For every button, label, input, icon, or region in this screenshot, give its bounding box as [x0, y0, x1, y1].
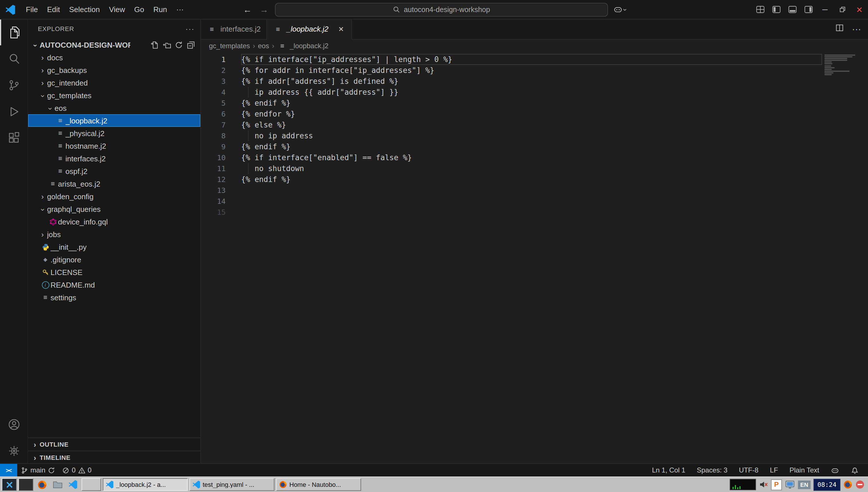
tree-folder-gc-backups[interactable]: ›gc_backups: [28, 64, 200, 76]
tree-folder-docs[interactable]: ›docs: [28, 51, 200, 64]
run-debug-activity-icon[interactable]: [0, 98, 28, 125]
collapse-folders-icon[interactable]: [185, 40, 196, 50]
close-tab-icon[interactable]: ✕: [337, 25, 346, 33]
back-button[interactable]: ←: [242, 5, 253, 14]
taskbar-clock[interactable]: 08:24: [814, 478, 840, 491]
firefox-tray-icon[interactable]: [843, 480, 852, 489]
breadcrumb-item-gc-templates[interactable]: gc_templates: [209, 42, 250, 50]
toggle-sidebar-left-icon[interactable]: [768, 0, 784, 19]
tree-file-license[interactable]: LICENSE: [28, 266, 200, 278]
tree-file-gitignore[interactable]: ◆.gitignore: [28, 253, 200, 266]
restore-button[interactable]: [834, 0, 851, 19]
problems-status[interactable]: 0 0: [58, 466, 95, 474]
tree-file-hostname-j2[interactable]: ≡hostname.j2: [28, 140, 200, 152]
tree-folder-gc-templates[interactable]: ›gc_templates: [28, 89, 200, 102]
new-file-icon[interactable]: [149, 40, 159, 50]
timeline-section[interactable]: › TIMELINE: [28, 451, 200, 464]
git-branch-status[interactable]: main: [17, 466, 58, 474]
toggle-panel-icon[interactable]: [784, 0, 800, 19]
menu-more[interactable]: ···: [172, 3, 188, 16]
explorer-more-actions-icon[interactable]: ···: [185, 24, 195, 33]
code-line[interactable]: 14: [201, 196, 868, 207]
command-center-search[interactable]: autocon4-design-workshop: [275, 3, 608, 16]
customize-layout-icon[interactable]: [752, 0, 768, 19]
explorer-root-folder[interactable]: › AUTOCON4-DESIGN-WORK...: [28, 39, 200, 51]
menu-view[interactable]: View: [104, 3, 130, 16]
tree-folder-graphql-queries[interactable]: ›graphql_queries: [28, 203, 200, 215]
code-line[interactable]: 9{% endif %}: [201, 141, 868, 152]
taskbar-empty-button[interactable]: [81, 478, 101, 491]
split-editor-icon[interactable]: [835, 24, 844, 34]
tree-file-arista-eos-j2[interactable]: ≡arista_eos.j2: [28, 177, 200, 190]
indentation-status[interactable]: Spaces: 3: [693, 466, 731, 474]
tree-file-loopback-j2[interactable]: ≡_loopback.j2: [28, 114, 200, 127]
tree-folder-gc-intended[interactable]: ›gc_intended: [28, 76, 200, 89]
encoding-status[interactable]: UTF-8: [736, 466, 762, 474]
display-settings-icon[interactable]: [785, 480, 795, 489]
tree-file-settings[interactable]: ≡settings: [28, 291, 200, 304]
new-folder-icon[interactable]: [161, 40, 172, 50]
minimize-button[interactable]: ─: [816, 0, 834, 19]
logout-icon[interactable]: [855, 480, 865, 489]
tab-loopback-j2[interactable]: ≡_loopback.j2✕: [267, 19, 352, 40]
start-menu-button[interactable]: [2, 478, 17, 491]
tree-file-physical-j2[interactable]: ≡_physical.j2: [28, 127, 200, 140]
source-control-activity-icon[interactable]: [0, 72, 28, 98]
menu-file[interactable]: File: [21, 3, 43, 16]
firefox-launcher-icon[interactable]: [35, 478, 49, 491]
code-line[interactable]: 7{% else %}: [201, 119, 868, 130]
refresh-icon[interactable]: [173, 40, 184, 50]
minimap[interactable]: [824, 54, 860, 76]
menu-edit[interactable]: Edit: [43, 3, 65, 16]
volume-muted-icon[interactable]: [759, 480, 768, 489]
code-line[interactable]: 13: [201, 185, 868, 196]
code-line[interactable]: 10{% if interface["enabled"] == false %}: [201, 152, 868, 163]
tree-file-interfaces-j2[interactable]: ≡interfaces.j2: [28, 152, 200, 165]
forward-button[interactable]: →: [258, 5, 270, 14]
taskbar-window-test-ping-yaml[interactable]: test_ping.yaml - ...: [190, 478, 274, 491]
code-line[interactable]: 1{% if interface["ip_addresses"] | lengt…: [201, 54, 868, 65]
code-line[interactable]: 3{% if addr["address"] is defined %}: [201, 76, 868, 87]
show-desktop-button[interactable]: [18, 478, 33, 491]
tab-interfaces-j2[interactable]: ≡interfaces.j2: [201, 19, 267, 39]
account-icon[interactable]: [0, 411, 28, 438]
code-line[interactable]: 12{% endif %}: [201, 174, 868, 185]
code-line[interactable]: 8 no ip address: [201, 130, 868, 141]
outline-section[interactable]: › OUTLINE: [28, 438, 200, 451]
settings-gear-icon[interactable]: [0, 438, 28, 464]
tree-file-readme-md[interactable]: iREADME.md: [28, 278, 200, 291]
tree-file-device-info-gql[interactable]: device_info.gql: [28, 215, 200, 228]
tree-folder-jobs[interactable]: ›jobs: [28, 228, 200, 241]
code-line[interactable]: 11 no shutdown: [201, 163, 868, 174]
code-line[interactable]: 4 ip address {{ addr["address"] }}: [201, 87, 868, 98]
editor-more-actions-icon[interactable]: ···: [852, 24, 861, 34]
network-monitor[interactable]: [730, 479, 756, 490]
explorer-activity-icon[interactable]: [0, 19, 28, 45]
copilot-status-icon[interactable]: [827, 466, 843, 474]
breadcrumb-item-loopback-j2[interactable]: ≡_loopback.j2: [277, 41, 328, 51]
file-manager-launcher-icon[interactable]: [51, 478, 64, 491]
tree-file-ospf-j2[interactable]: ≡ospf.j2: [28, 165, 200, 177]
eol-status[interactable]: LF: [766, 466, 781, 474]
toggle-sidebar-right-icon[interactable]: [800, 0, 816, 19]
search-activity-icon[interactable]: [0, 45, 28, 72]
extensions-activity-icon[interactable]: [0, 125, 28, 151]
tree-file-init-py[interactable]: __init__.py: [28, 241, 200, 253]
menu-run[interactable]: Run: [149, 3, 172, 16]
tree-folder-golden-config[interactable]: ›golden_config: [28, 190, 200, 203]
code-line[interactable]: 15: [201, 207, 868, 218]
taskbar-window-loopback-j2-a[interactable]: _loopback.j2 - a...: [103, 478, 188, 491]
keyboard-layout-indicator[interactable]: EN: [798, 480, 811, 489]
menu-go[interactable]: Go: [130, 3, 149, 16]
copilot-button[interactable]: ›: [613, 5, 626, 14]
clipboard-manager-icon[interactable]: P: [771, 479, 782, 490]
close-button[interactable]: ✕: [851, 0, 868, 19]
language-mode-status[interactable]: Plain Text: [786, 466, 823, 474]
cursor-position-status[interactable]: Ln 1, Col 1: [649, 466, 689, 474]
code-editor[interactable]: 1{% if interface["ip_addresses"] | lengt…: [201, 52, 868, 464]
taskbar-window-home-nautobo[interactable]: Home - Nautobo...: [276, 478, 361, 491]
code-line[interactable]: 2{% for addr in interface["ip_addresses"…: [201, 65, 868, 76]
code-line[interactable]: 6{% endfor %}: [201, 108, 868, 119]
vscode-launcher-icon[interactable]: [66, 478, 80, 491]
code-line[interactable]: 5{% endif %}: [201, 98, 868, 108]
